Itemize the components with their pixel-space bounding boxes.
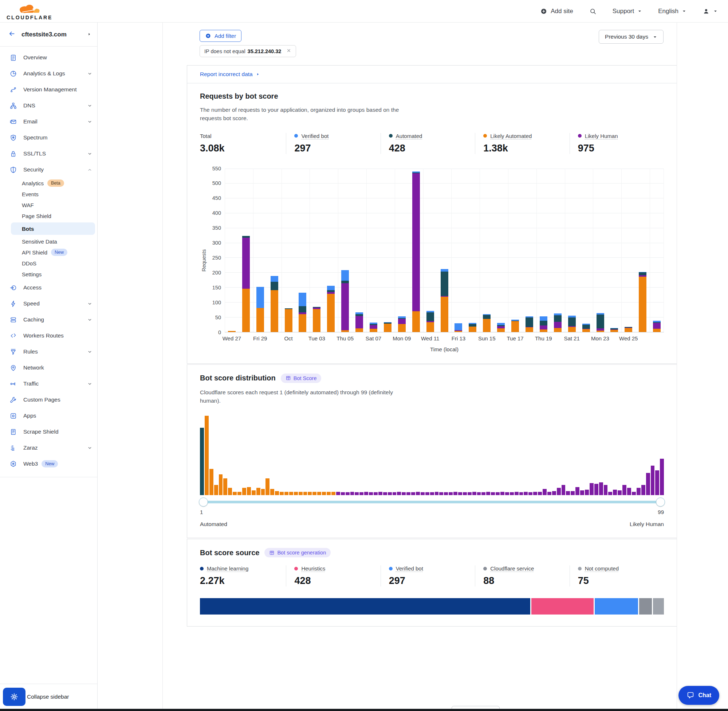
support-menu[interactable]: Support bbox=[613, 7, 642, 15]
slider-handle-min[interactable] bbox=[199, 498, 208, 507]
histogram-bar bbox=[284, 492, 288, 495]
sidebar-item-rules[interactable]: Rules bbox=[0, 344, 97, 360]
chevron-down-icon bbox=[653, 35, 657, 39]
report-incorrect-data-link[interactable]: Report incorrect data bbox=[200, 71, 253, 78]
stat-label[interactable]: Verified bot bbox=[396, 565, 423, 572]
sidebar-item-label: Access bbox=[23, 284, 41, 291]
stacked-bar bbox=[256, 168, 264, 332]
account-menu[interactable] bbox=[703, 7, 718, 15]
sidebar-subitem-page-shield[interactable]: Page Shield bbox=[0, 210, 97, 221]
histogram-bar bbox=[496, 492, 500, 495]
sidebar-item-workers-routes[interactable]: Workers Routes bbox=[0, 327, 97, 344]
stat-likely-automated: Likely Automated1.38k bbox=[475, 133, 569, 154]
histogram-bar bbox=[303, 492, 307, 495]
sidebar-item-security[interactable]: Security bbox=[0, 162, 97, 178]
site-selector[interactable]: cftestsite3.com bbox=[0, 22, 97, 47]
sidebar-item-apps[interactable]: Apps bbox=[0, 408, 97, 424]
histogram-bar bbox=[378, 492, 382, 495]
sidebar-item-caching[interactable]: Caching bbox=[0, 312, 97, 327]
language-menu[interactable]: English bbox=[658, 7, 687, 15]
sidebar-item-label: Rules bbox=[23, 348, 38, 355]
sidebar-subitem-analytics[interactable]: AnalyticsBeta bbox=[0, 178, 97, 189]
chat-button[interactable]: Chat bbox=[678, 686, 719, 705]
chevron-right-icon[interactable] bbox=[87, 31, 92, 38]
sidebar-subitem-settings[interactable]: Settings bbox=[0, 268, 97, 280]
sidebar-item-analytics-logs[interactable]: Analytics & Logs bbox=[0, 65, 97, 81]
close-icon[interactable] bbox=[286, 48, 291, 54]
bar-slot bbox=[494, 168, 508, 332]
chevron-down-icon bbox=[87, 71, 92, 76]
sidebar-item-scrape-shield[interactable]: Scrape Shield bbox=[0, 424, 97, 440]
histogram-bar bbox=[561, 485, 566, 495]
sidebar-item-access[interactable]: Access bbox=[0, 280, 97, 296]
back-arrow-icon[interactable] bbox=[8, 30, 16, 39]
stat-heuristics: Heuristics428 bbox=[286, 565, 380, 587]
stat-value: 2.27k bbox=[200, 575, 286, 587]
web3-hexagon-icon bbox=[9, 460, 17, 468]
stat-label[interactable]: Cloudflare service bbox=[490, 565, 534, 572]
sidebar-item-spectrum[interactable]: Spectrum bbox=[0, 130, 97, 146]
search-icon[interactable] bbox=[589, 7, 597, 15]
histogram-bar bbox=[477, 492, 481, 495]
slider-handle-max[interactable] bbox=[656, 498, 665, 507]
settings-gear-button[interactable] bbox=[3, 688, 25, 706]
stat-label[interactable]: Machine learning bbox=[207, 565, 248, 572]
filter-toolbar: Add filter IP does not equal 35.212.240.… bbox=[163, 30, 677, 65]
sidebar-item-web3[interactable]: Web3New bbox=[0, 456, 97, 472]
sidebar-item-version-management[interactable]: Version Management bbox=[0, 81, 97, 97]
bot-score-generation-docs-badge[interactable]: Bot score generation bbox=[264, 548, 331, 558]
add-filter-label: Add filter bbox=[214, 33, 236, 39]
stat-label[interactable]: Likely Human bbox=[585, 133, 618, 139]
histogram-bar bbox=[402, 492, 406, 495]
histogram-bar bbox=[313, 492, 316, 495]
stat-label[interactable]: Likely Automated bbox=[490, 133, 532, 139]
sidebar-item-label: Scrape Shield bbox=[23, 428, 59, 435]
bar-segment-automated bbox=[483, 315, 490, 319]
legend-dot bbox=[483, 567, 487, 571]
bar-segment-likely-automated bbox=[256, 308, 264, 332]
bar-segment-likely-automated bbox=[327, 294, 335, 332]
bar-slot bbox=[324, 168, 338, 332]
sidebar-subitem-label: Bots bbox=[22, 226, 34, 232]
add-site-button[interactable]: Add site bbox=[540, 7, 573, 15]
sidebar-subitem-sensitive-data[interactable]: Sensitive Data bbox=[0, 236, 97, 247]
sidebar-subitem-api-shield[interactable]: API ShieldNew bbox=[0, 247, 97, 258]
bot-score-docs-badge[interactable]: Bot Score bbox=[281, 373, 322, 383]
add-filter-button[interactable]: Add filter bbox=[199, 30, 241, 42]
sidebar-item-network[interactable]: Network bbox=[0, 360, 97, 376]
new-badge: New bbox=[51, 249, 67, 256]
stat-label[interactable]: Automated bbox=[396, 133, 422, 139]
sidebar-subitem-bots[interactable]: Bots bbox=[11, 223, 95, 235]
score-range-slider[interactable] bbox=[200, 497, 664, 507]
stat-label[interactable]: Verified bot bbox=[301, 133, 328, 139]
chevron-down-icon bbox=[87, 350, 92, 354]
histogram-bar bbox=[228, 488, 232, 495]
stat-verified-bot: Verified bot297 bbox=[286, 133, 380, 154]
filter-chip[interactable]: IP does not equal 35.212.240.32 bbox=[199, 45, 296, 57]
sidebar-item-ssl-tls[interactable]: SSL/TLS bbox=[0, 146, 97, 162]
collapse-sidebar-button[interactable]: Collapse sidebar bbox=[27, 693, 69, 700]
stat-label[interactable]: Not computed bbox=[585, 565, 619, 572]
sidebar-item-speed[interactable]: Speed bbox=[0, 296, 97, 312]
histogram-bar bbox=[557, 488, 561, 495]
sidebar-item-overview[interactable]: Overview bbox=[0, 50, 97, 65]
slider-track[interactable] bbox=[200, 501, 664, 503]
date-range-dropdown[interactable]: Previous 30 days bbox=[599, 30, 663, 44]
stacked-bar bbox=[341, 168, 349, 332]
sidebar-item-label: Version Management bbox=[23, 86, 77, 93]
sidebar-item-dns[interactable]: DNS bbox=[0, 97, 97, 114]
chevron-down-icon bbox=[87, 119, 92, 124]
histogram-bar bbox=[421, 492, 425, 495]
y-tick-label: 0 bbox=[218, 329, 221, 335]
sidebar-item-zaraz[interactable]: Zaraz bbox=[0, 440, 97, 456]
sidebar-item-custom-pages[interactable]: Custom Pages bbox=[0, 392, 97, 408]
sidebar-item-email[interactable]: Email bbox=[0, 114, 97, 130]
histogram-bar bbox=[453, 492, 458, 495]
sidebar-subitem-waf[interactable]: WAF bbox=[0, 199, 97, 210]
sidebar-item-traffic[interactable]: Traffic bbox=[0, 376, 97, 392]
cloudflare-logo[interactable]: CLOUDFLARE bbox=[7, 2, 52, 20]
stat-label[interactable]: Heuristics bbox=[301, 565, 325, 572]
sidebar-subitem-events[interactable]: Events bbox=[0, 189, 97, 199]
y-tick-label: 250 bbox=[212, 255, 221, 261]
sidebar-subitem-ddos[interactable]: DDoS bbox=[0, 258, 97, 268]
